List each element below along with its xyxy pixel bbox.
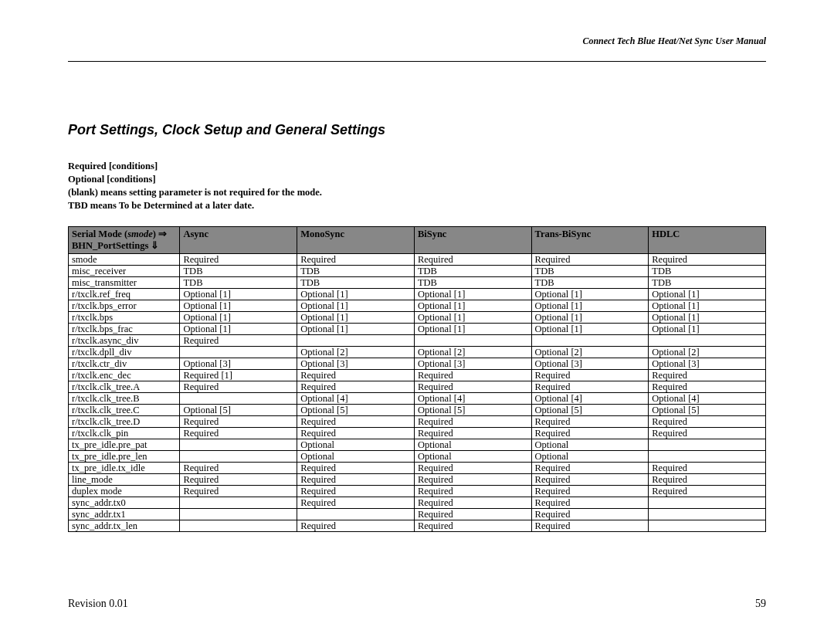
table-cell-param: r/txclk.clk_pin [69,427,180,439]
table-cell [531,334,649,346]
legend-line-1: Required [conditions] [68,161,158,171]
table-cell: Required [531,253,649,265]
table-cell: TDB [180,265,297,276]
table-cell [649,497,766,508]
table-cell [180,439,297,450]
footer-page-number: 59 [755,598,766,610]
table-cell: Optional [1] [297,323,415,334]
table-cell-param: r/txclk.dpll_div [69,346,180,358]
table-cell: TDB [180,276,297,288]
table-row: r/txclk.clk_pinRequiredRequiredRequiredR… [69,427,766,439]
legend-line-4: TBD means To be Determined at a later da… [68,200,254,211]
table-cell: Optional [3] [180,358,297,369]
table-cell [180,450,297,462]
table-cell: Optional [414,439,531,450]
table-cell-param: sync_addr.tx_len [69,520,180,531]
table-header-col: Async [180,226,297,253]
table-cell: Optional [2] [297,346,415,358]
section-title: Port Settings, Clock Setup and General S… [68,122,766,138]
table-cell [649,334,766,346]
table-cell-param: r/txclk.ref_freq [69,288,180,300]
table-cell: Required [297,415,415,427]
table-cell: Optional [1] [649,323,766,334]
table-cell: Required [414,369,531,381]
table-header-row: Serial Mode (smode) ⇒ BHN_PortSettings ⇓… [69,226,766,253]
table-cell: Required [531,381,649,392]
table-cell: Required [297,497,415,508]
table-cell: Required [414,508,531,520]
table-cell: Required [649,473,766,485]
table-row: sync_addr.tx_lenRequiredRequiredRequired [69,520,766,531]
table-cell: Optional [297,439,415,450]
table-row: r/txclk.enc_decRequired [1]RequiredRequi… [69,369,766,381]
table-cell: TDB [414,265,531,276]
table-cell: Required [649,381,766,392]
table-cell: Required [297,462,415,473]
table-cell: Required [180,253,297,265]
table-cell: Optional [1] [531,300,649,311]
table-cell: TDB [649,265,766,276]
table-cell: Required [180,415,297,427]
table-cell: Optional [1] [414,300,531,311]
table-header-col: BiSync [414,226,531,253]
page: Connect Tech Blue Heat/Net Sync User Man… [0,0,834,644]
table-cell: Required [649,427,766,439]
table-cell: Required [531,415,649,427]
footer-revision: Revision 0.01 [68,598,128,610]
table-cell-param: misc_transmitter [69,276,180,288]
table-cell: Optional [1] [649,288,766,300]
table-cell: Required [414,520,531,531]
table-cell [649,520,766,531]
table-cell: Required [531,520,649,531]
table-cell: Optional [531,450,649,462]
table-cell: Optional [5] [649,404,766,415]
table-cell-param: tx_pre_idle.pre_pat [69,439,180,450]
table-cell [180,346,297,358]
table-cell: Required [297,253,415,265]
table-cell-param: sync_addr.tx0 [69,497,180,508]
table-cell: Optional [1] [414,311,531,323]
table-cell: Required [297,369,415,381]
table-cell-param: sync_addr.tx1 [69,508,180,520]
table-cell-param: misc_receiver [69,265,180,276]
table-row: line_modeRequiredRequiredRequiredRequire… [69,473,766,485]
table-cell: Optional [4] [649,392,766,404]
table-cell: Required [180,334,297,346]
table-cell: Required [297,381,415,392]
table-cell: Required [649,485,766,497]
table-cell: Optional [4] [297,392,415,404]
running-header: Connect Tech Blue Heat/Net Sync User Man… [68,36,766,47]
table-cell: Required [414,253,531,265]
table-row: r/txclk.bps_fracOptional [1]Optional [1]… [69,323,766,334]
table-cell: Optional [2] [649,346,766,358]
table-row: r/txclk.clk_tree.DRequiredRequiredRequir… [69,415,766,427]
table-cell: Optional [297,450,415,462]
table-row: r/txclk.bps_errorOptional [1]Optional [1… [69,300,766,311]
table-cell: Optional [531,439,649,450]
table-cell-param: tx_pre_idle.tx_idle [69,462,180,473]
table-cell [414,334,531,346]
table-row: misc_receiverTDBTDBTDBTDBTDB [69,265,766,276]
table-cell: Required [649,369,766,381]
table-row: smodeRequiredRequiredRequiredRequiredReq… [69,253,766,265]
table-cell-param: r/txclk.async_div [69,334,180,346]
table-cell-param: r/txclk.enc_dec [69,369,180,381]
table-cell: Optional [1] [180,300,297,311]
table-cell [297,508,415,520]
table-cell: Required [649,253,766,265]
table-cell: Required [1] [180,369,297,381]
header-serial-mode-c: ) ⇒ [153,229,167,239]
table-cell [649,450,766,462]
table-row: r/txclk.bpsOptional [1]Optional [1]Optio… [69,311,766,323]
legend-block: Required [conditions] Optional [conditio… [68,160,766,212]
table-cell: Required [180,462,297,473]
table-cell: Required [531,473,649,485]
page-footer: Revision 0.01 59 [68,598,766,610]
table-cell: Optional [1] [414,323,531,334]
table-cell: Optional [4] [414,392,531,404]
table-cell: Required [297,427,415,439]
table-cell: Required [414,427,531,439]
legend-line-2: Optional [conditions] [68,174,156,185]
header-serial-mode-a: Serial Mode ( [72,229,127,239]
table-cell-param: duplex mode [69,485,180,497]
